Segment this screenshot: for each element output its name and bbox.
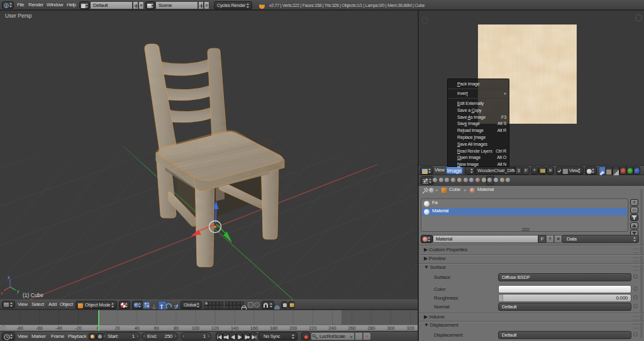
- svg-text:240: 240: [328, 325, 336, 331]
- svg-text:-80: -80: [16, 325, 23, 331]
- svg-text:140: 140: [231, 325, 238, 331]
- svg-text:260: 260: [348, 325, 355, 331]
- svg-text:-40: -40: [55, 325, 62, 331]
- svg-text:220: 220: [309, 325, 316, 331]
- svg-text:120: 120: [211, 325, 219, 331]
- svg-text:y: y: [17, 289, 19, 294]
- svg-text:x: x: [1, 291, 3, 295]
- svg-text:280: 280: [367, 325, 375, 331]
- svg-text:20: 20: [115, 325, 120, 331]
- svg-text:80: 80: [174, 325, 179, 331]
- svg-text:z: z: [8, 274, 10, 280]
- svg-text:160: 160: [250, 325, 258, 331]
- svg-text:-60: -60: [36, 325, 43, 331]
- svg-text:40: 40: [135, 325, 140, 331]
- svg-text:300: 300: [387, 325, 395, 331]
- svg-text:180: 180: [270, 325, 277, 331]
- svg-text:60: 60: [154, 325, 159, 331]
- svg-text:200: 200: [289, 325, 297, 331]
- svg-text:320: 320: [407, 325, 414, 331]
- svg-text:-20: -20: [75, 325, 82, 331]
- svg-text:100: 100: [192, 325, 199, 331]
